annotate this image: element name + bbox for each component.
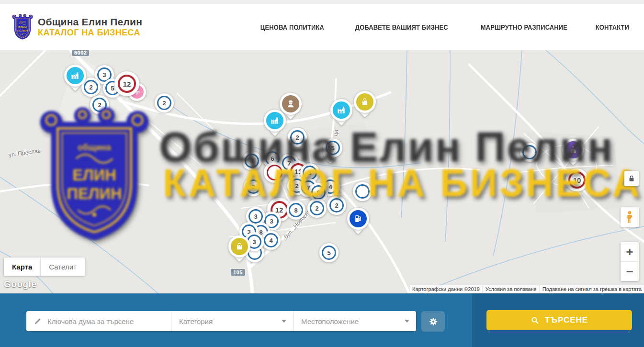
pegman-icon <box>624 211 635 224</box>
main-nav: ЦЕНОВА ПОЛИТИКА ДОБАВЕТЕ ВАШИЯТ БИЗНЕС М… <box>255 23 632 31</box>
map-marker-cluster[interactable]: 12 <box>114 71 139 96</box>
attribution-terms-link[interactable]: Условия за ползване <box>483 285 539 293</box>
map-marker-cluster[interactable]: 2 <box>327 196 346 215</box>
top-strip <box>0 0 644 4</box>
location-dropdown-value: Местоположение <box>301 317 359 325</box>
brand-text: Община Елин Пелин КАТАЛОГ НА БИЗНЕСА <box>38 16 142 38</box>
keyword-field[interactable] <box>26 311 171 331</box>
lock-icon <box>627 174 636 183</box>
google-logo[interactable]: Google <box>4 279 36 290</box>
brand[interactable]: община ЕЛИН ПЕЛИН Община Елин Пелин КАТА… <box>12 14 142 40</box>
pencil-icon <box>34 317 42 325</box>
nav-pricing-policy[interactable]: ЦЕНОВА ПОЛИТИКА <box>260 23 324 31</box>
worker-icon <box>282 95 299 112</box>
attribution-report-error-link[interactable]: Подаване на сигнал за грешка в картата <box>540 285 644 293</box>
bag-icon <box>231 238 248 255</box>
map-marker-cluster[interactable]: 2 <box>307 199 327 218</box>
map-markers-layer: 3251222256471352274812822338343510 <box>0 50 644 293</box>
category-dropdown-value: Категория <box>179 317 213 325</box>
map-marker-cluster[interactable] <box>264 162 285 183</box>
map-marker-pin-factory[interactable] <box>64 65 86 87</box>
factory-icon <box>266 112 283 129</box>
nav-contacts[interactable]: КОНТАКТИ <box>596 23 629 31</box>
location-dropdown[interactable]: Местоположение <box>293 311 416 331</box>
map-marker-cluster[interactable]: 10 <box>565 168 588 191</box>
map-marker-cluster[interactable]: 2 <box>288 128 307 147</box>
map-marker-cluster[interactable] <box>520 143 539 162</box>
map-marker-cluster[interactable]: 2 <box>244 177 263 196</box>
svg-text:ПЕЛИН: ПЕЛИН <box>17 29 28 32</box>
map-marker-cluster[interactable]: 4 <box>261 231 281 250</box>
gear-icon <box>429 317 438 326</box>
map-marker-pin-factory[interactable] <box>330 99 352 121</box>
search-button[interactable]: ТЪРСЕНЕ <box>486 310 632 330</box>
map-marker-pin-factory[interactable] <box>264 110 286 132</box>
map-marker-pin-bag[interactable] <box>228 235 250 257</box>
zoom-out-button[interactable]: − <box>621 262 639 281</box>
map-marker-cluster[interactable]: 2 <box>155 93 174 112</box>
nav-route-schedule[interactable]: МАРШРУТНО РАЗПИСАНИЕ <box>481 23 567 31</box>
svg-text:община: община <box>19 21 25 23</box>
map-marker-cluster[interactable]: 5 <box>319 243 339 262</box>
map-marker-cluster[interactable]: 8 <box>286 201 305 220</box>
map-marker-cluster[interactable]: 4 <box>242 151 261 170</box>
church-icon <box>565 141 582 158</box>
chevron-down-icon <box>405 320 409 323</box>
header: община ЕЛИН ПЕЛИН Община Елин Пелин КАТА… <box>0 4 644 50</box>
category-dropdown[interactable]: Категория <box>171 311 293 331</box>
search-icon <box>531 316 540 325</box>
map-marker-cluster[interactable]: 5 <box>323 138 342 157</box>
map-marker-pin-fuel[interactable] <box>347 208 369 230</box>
search-bar: Категория Местоположение <box>0 293 644 347</box>
chevron-down-icon <box>282 320 286 323</box>
page: община ЕЛИН ПЕЛИН Община Елин Пелин КАТА… <box>0 0 644 347</box>
map-type-satellite-button[interactable]: Сателит <box>40 257 85 276</box>
nav-add-your-business[interactable]: ДОБАВЕТЕ ВАШИЯТ БИЗНЕС <box>355 23 448 31</box>
bag-icon <box>356 93 373 111</box>
attribution-copyright: Картографски данни ©2019 <box>410 285 482 293</box>
factory-icon <box>333 101 350 119</box>
search-button-label: ТЪРСЕНЕ <box>545 315 588 325</box>
map-lock-control[interactable] <box>624 171 639 186</box>
site-subtitle: КАТАЛОГ НА БИЗНЕСА <box>38 28 142 38</box>
map-marker-cluster[interactable] <box>353 182 372 201</box>
map-attribution: Картографски данни ©2019 Условия за полз… <box>410 285 644 293</box>
street-view-pegman[interactable] <box>621 207 639 227</box>
map-type-control: Карта Сателит <box>4 257 85 276</box>
map-marker-cluster[interactable]: 2 <box>90 95 109 114</box>
factory-icon <box>67 67 84 84</box>
search-action-panel: ТЪРСЕНЕ <box>472 293 644 347</box>
map-type-map-button[interactable]: Карта <box>4 257 40 276</box>
search-fields: Категория Местоположение <box>26 311 416 331</box>
advanced-search-button[interactable] <box>421 311 445 332</box>
map-marker-pin-worker[interactable] <box>280 93 302 115</box>
zoom-control: + − <box>621 242 639 281</box>
keyword-input[interactable] <box>46 317 171 326</box>
map-marker-pin-bag[interactable] <box>354 91 376 113</box>
zoom-in-button[interactable]: + <box>621 242 639 262</box>
site-title: Община Елин Пелин <box>38 16 142 28</box>
municipality-crest-logo: община ЕЛИН ПЕЛИН <box>12 14 33 40</box>
svg-text:ЕЛИН: ЕЛИН <box>18 25 27 29</box>
map-marker-pin-church[interactable] <box>562 139 584 161</box>
fuel-icon <box>350 210 367 227</box>
map-canvas[interactable]: 6002105ул. Преславбул. „Новоселци 325122… <box>0 50 644 293</box>
